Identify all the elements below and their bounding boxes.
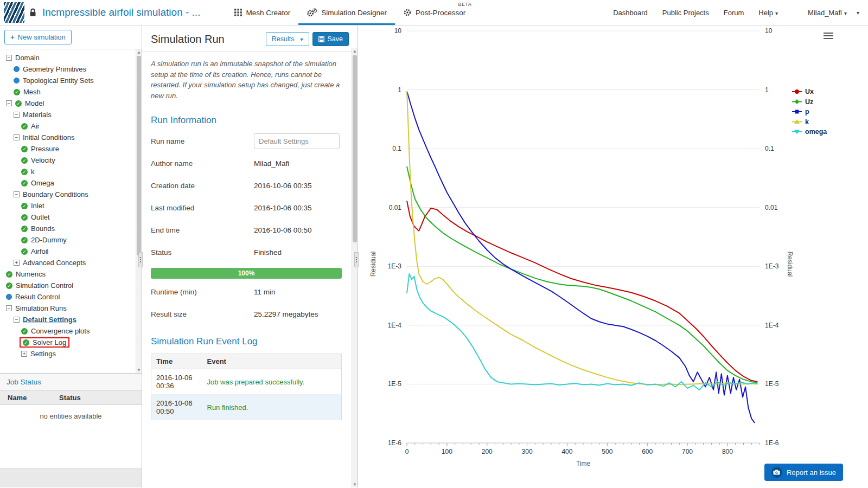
svg-text:500: 500 [602,448,612,455]
topbar-collapse-icon[interactable]: ▾ [857,10,859,16]
collapse-icon[interactable]: − [14,191,20,197]
tree-item-advanced-concepts[interactable]: +Advanced Concepts [0,257,134,268]
tree-item-omega[interactable]: ✓Omega [0,177,134,189]
tree-item-initial-conditions[interactable]: −Initial Conditions [0,132,134,143]
event-log-table: Time Event 2016-10-06 00:36Job was prepa… [151,354,342,420]
tree-item-label: Geometry Primitives [23,65,86,73]
svg-text:1E-5: 1E-5 [388,380,402,388]
tree-item-pressure[interactable]: ✓Pressure [0,143,134,155]
scroll-down-icon[interactable]: ▼ [136,367,142,373]
run-name-input[interactable] [254,133,340,149]
field-row-result-size: Result size25.2297 megabytes [142,303,358,325]
scroll-up-icon[interactable]: ▲ [136,49,142,55]
nav-dashboard[interactable]: Dashboard [613,9,648,17]
run-information-heading: Run Information [142,104,358,130]
scrollbar-thumb[interactable] [137,56,141,255]
chart-menu-icon[interactable] [824,31,833,41]
report-issue-button[interactable]: Report an issue [764,464,843,481]
tree-item-label: Solver Log [33,338,66,346]
sidebar-resize-handle[interactable] [138,252,143,267]
tree-item-domain[interactable]: −Domain [0,52,134,63]
series-omega [407,274,757,390]
results-button[interactable]: Results ▾ [266,32,309,46]
tree-item-airfoil[interactable]: ✓Airfoil [0,246,134,257]
tree-item-k[interactable]: ✓k [0,166,134,177]
nav-help[interactable]: Help▾ [758,9,778,17]
tree-item-outlet[interactable]: ✓Outlet [0,211,134,223]
check-icon: ✓ [6,271,12,278]
tree-item-numerics[interactable]: ✓Numerics [0,268,134,280]
expand-icon[interactable]: + [21,351,27,357]
tree-item-topological-entity-sets[interactable]: Topological Entity Sets [0,75,134,86]
scroll-down-icon[interactable]: ▼ [352,481,358,487]
project-title[interactable]: Incmpressible airfoil simulation - ... [42,7,200,18]
expand-icon[interactable]: + [14,260,20,266]
tree-item-simulation-control[interactable]: ✓Simulation Control [0,280,134,291]
tree-item-air[interactable]: ✓Air [0,120,134,132]
scroll-up-icon[interactable]: ▲ [352,48,358,54]
svg-text:800: 800 [722,448,733,455]
tree-item-boundary-conditions[interactable]: −Boundary Conditions [0,189,134,200]
nav-public-projects[interactable]: Public Projects [662,9,709,17]
save-button[interactable]: Save [312,32,349,46]
tab-simulation-designer[interactable]: Simulation Designer [298,0,395,25]
collapse-icon[interactable]: − [14,317,20,323]
tree-item-solver-log[interactable]: ✓Solver Log [0,337,134,348]
field-label: Result size [151,310,254,318]
y-axis-label-left: Residual [369,252,377,277]
tab-mesh-creator[interactable]: Mesh Creator [226,0,298,25]
tree-item-label: Airfoil [31,247,49,255]
collapse-icon[interactable]: − [14,112,20,118]
field-row-creation-date: Creation date2016-10-06 00:35 [142,175,358,197]
job-status-columns: Name Status [0,391,142,405]
tree-item-label: Advanced Concepts [23,259,86,267]
tree-item-settings[interactable]: +Settings [0,348,134,359]
tree-item-label: Omega [31,179,54,187]
collapse-icon[interactable]: − [6,55,12,61]
tree-item-label: Convergence plots [31,327,90,335]
sidebar: + New simulation ▲ ▼ −DomainGeometry Pri… [0,25,142,487]
new-simulation-button[interactable]: + New simulation [4,30,72,44]
scrollbar-thumb[interactable] [353,55,357,242]
panel-scrollbar[interactable]: ▲ ▼ [352,48,358,487]
tree-item-convergence-plots[interactable]: ✓Convergence plots [0,325,134,337]
user-menu[interactable]: Milad_Mafi▾ [808,9,847,17]
collapse-icon[interactable]: − [6,305,12,311]
job-column-name: Name [8,394,59,402]
collapse-icon[interactable]: − [6,100,12,106]
tree-item-label: Pressure [31,145,59,153]
tab-label: Simulation Designer [321,9,387,17]
tree-item-label: Bounds [31,224,55,233]
chevron-down-icon: ▾ [775,10,778,16]
svg-text:1E-3: 1E-3 [388,262,402,270]
tree-scrollbar[interactable]: ▲ ▼ [136,49,142,373]
tree-item-inlet[interactable]: ✓Inlet [0,200,134,211]
tree-item-mesh[interactable]: ✓Mesh [0,86,134,98]
tab-post-processor[interactable]: Post-Processor BETA [395,0,474,25]
tree-item-velocity[interactable]: ✓Velocity [0,155,134,166]
app-body: + New simulation ▲ ▼ −DomainGeometry Pri… [0,25,868,487]
tree-item-label: k [31,168,35,176]
job-status-panel: Job Status Name Status no entities avail… [0,373,142,487]
grid-icon [234,9,242,16]
tree-item-materials[interactable]: −Materials [0,109,134,120]
tree-item-label: Mesh [23,88,41,96]
check-icon: ✓ [23,339,29,346]
tree-item-model[interactable]: −✓Model [0,98,134,109]
tree-item-label: Simulation Runs [15,304,67,312]
tree-item-simulation-runs[interactable]: −Simulation Runs [0,303,134,314]
app-logo-icon[interactable] [4,2,24,23]
collapse-icon[interactable]: − [14,134,20,140]
tree-item-bounds[interactable]: ✓Bounds [0,223,134,234]
tree-item-geometry-primitives[interactable]: Geometry Primitives [0,63,134,75]
tree-item-default-settings[interactable]: −Default Settings [0,314,134,325]
tree-item-label: Air [31,122,40,130]
svg-text:1E-4: 1E-4 [765,322,779,329]
panel-resize-handle[interactable] [354,252,359,267]
dot-icon [14,66,20,72]
field-row-run-name: Run name [142,130,358,152]
nav-forum[interactable]: Forum [724,9,744,17]
tree-item-result-control[interactable]: Result Control [0,291,134,303]
tree-item-label: Numerics [16,270,46,278]
tree-item-2d-dummy[interactable]: ✓2D-Dummy [0,234,134,246]
